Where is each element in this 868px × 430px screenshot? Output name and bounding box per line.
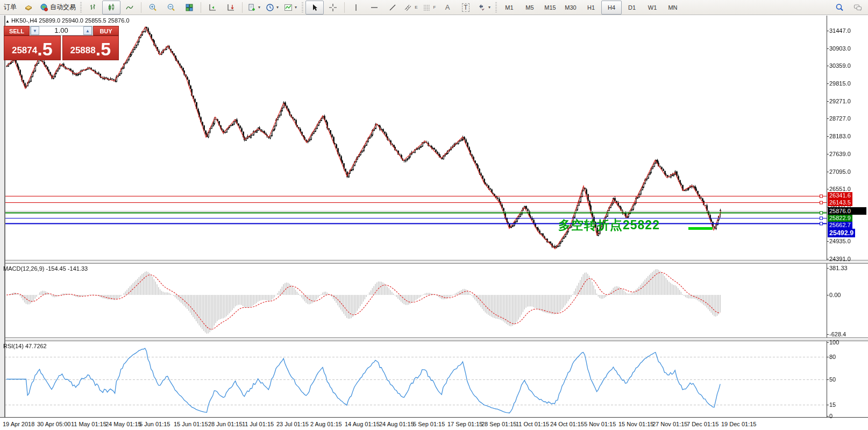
text-tool-button[interactable]: A: [438, 1, 457, 15]
title-marker-icon: ▲: [5, 19, 10, 24]
time-axis[interactable]: 19 Apr 201830 Apr 05:0011 May 01:1524 Ma…: [0, 417, 868, 430]
periods-button[interactable]: ▾: [263, 1, 281, 15]
macd-tick-label: 0.00: [829, 292, 841, 298]
arrows-tool-button[interactable]: ▾: [475, 1, 493, 15]
timeframe-button-M15[interactable]: M15: [540, 1, 560, 15]
time-axis-label: 11 Oct 01:15: [516, 421, 549, 427]
macd-name: MACD(12,26,9): [3, 265, 44, 272]
main-toolbar: 订单 自动交易: [0, 0, 868, 15]
price-tick-label: 30903.0: [829, 45, 851, 52]
price-level-label: 25662.7: [828, 222, 852, 229]
time-axis-label: 5 Nov 01:15: [584, 421, 616, 427]
horizontal-line-icon: [370, 3, 379, 12]
lot-increase-button[interactable]: ▲: [83, 26, 92, 35]
rsi-value: 47.7262: [25, 343, 47, 349]
tile-windows-icon: [185, 3, 194, 12]
text-label-tool-button[interactable]: T: [457, 1, 475, 15]
tile-windows-button[interactable]: [180, 1, 198, 15]
dropdown-caret-icon: ▾: [276, 5, 279, 10]
zoom-out-button[interactable]: [162, 1, 180, 15]
bar-chart-mode-button[interactable]: [84, 1, 102, 15]
toolbar-separator: [344, 2, 345, 13]
buy-price-button[interactable]: 25888 .5: [62, 36, 119, 60]
lot-size-value[interactable]: 1.00: [39, 26, 83, 35]
time-axis-label: 19 Dec 01:15: [721, 421, 756, 427]
price-level-label: 25822.9: [828, 215, 852, 222]
lot-size-box: ▼ 1.00 ▲: [30, 26, 93, 36]
fibo-tool-cap: F: [433, 5, 436, 10]
zoom-out-icon: [167, 3, 175, 12]
equidistant-channel-tool-button[interactable]: E: [402, 1, 420, 15]
cursor-tool-button[interactable]: [305, 1, 324, 15]
timeframe-button-D1[interactable]: D1: [622, 1, 642, 15]
price-tick-label: 29271.0: [829, 98, 851, 104]
auto-scroll-icon: [208, 3, 217, 12]
timeframe-button-M5[interactable]: M5: [520, 1, 540, 15]
candlestick-mode-button[interactable]: [102, 1, 120, 15]
time-axis-label: 19 Apr 2018: [3, 421, 34, 427]
new-order-button[interactable]: ▾: [245, 1, 263, 15]
trendline-tool-button[interactable]: [383, 1, 402, 15]
time-axis-label: 7 Dec 01:15: [687, 421, 718, 427]
panel-divider[interactable]: [0, 337, 868, 341]
vertical-line-tool-button[interactable]: [347, 1, 365, 15]
dropdown-caret-icon: ▾: [258, 5, 260, 10]
price-tick-label: 29815.0: [829, 80, 851, 87]
chart-shift-button[interactable]: [222, 1, 240, 15]
timeframe-button-M1[interactable]: M1: [499, 1, 520, 15]
panel-divider[interactable]: [0, 260, 868, 264]
time-axis-label: 23 Jul 01:15: [276, 421, 309, 427]
dropdown-caret-icon: ▾: [295, 5, 297, 10]
macd-tick-label: 381.33: [829, 265, 848, 271]
buy-price-int: 25888: [70, 43, 95, 59]
line-chart-icon: [125, 3, 134, 12]
rsi-tick-label: 50: [829, 376, 836, 383]
annotation-text: 多空转折点25822: [558, 217, 660, 234]
timeframe-button-H1[interactable]: H1: [581, 1, 601, 15]
sell-button[interactable]: SELL: [4, 26, 30, 36]
zoom-in-icon: [148, 3, 157, 12]
price-chart-canvas[interactable]: [0, 16, 868, 430]
timeframe-button-H4[interactable]: H4: [601, 1, 622, 15]
ohlc-values-label: 25899.0 25940.0 25855.5 25876.0: [39, 17, 129, 24]
order-button[interactable]: 订单: [1, 1, 19, 15]
auto-trading-label: 自动交易: [50, 3, 76, 12]
timeframe-button-M30[interactable]: M30: [560, 1, 581, 15]
chat-button[interactable]: [849, 1, 867, 15]
horizontal-line-tool-button[interactable]: [365, 1, 383, 15]
trendline-icon: [388, 3, 397, 12]
sell-price-button[interactable]: 25874 .5: [4, 36, 61, 60]
one-click-trading-panel: SELL ▼ 1.00 ▲ BUY 25874 .5 25888 .5: [4, 26, 119, 60]
toolbar-separator: [242, 2, 243, 13]
buy-button[interactable]: BUY: [93, 26, 119, 36]
time-axis-label: 24 Aug 01:15: [379, 421, 414, 427]
toolbar-separator: [201, 2, 201, 13]
lot-decrease-button[interactable]: ▼: [31, 26, 39, 35]
cursor-arrow-icon: [310, 3, 319, 12]
price-tick-label: 28727.0: [829, 115, 851, 122]
line-chart-mode-button[interactable]: [120, 1, 139, 15]
auto-trading-button[interactable]: 自动交易: [38, 1, 78, 15]
timeframe-button-MN[interactable]: MN: [663, 1, 683, 15]
zoom-in-button[interactable]: [144, 1, 162, 15]
price-level-label: 25492.9: [828, 229, 855, 237]
price-tick-label: 28183.0: [829, 133, 851, 139]
time-axis-label: 2 Aug 01:15: [310, 421, 342, 427]
clock-icon: [266, 3, 274, 12]
timeframe-button-W1[interactable]: W1: [642, 1, 663, 15]
price-tick-label: 24935.0: [829, 238, 851, 244]
candlestick-icon: [107, 3, 116, 12]
price-level-label: 26341.6: [828, 192, 852, 199]
fibonacci-tool-button[interactable]: F: [420, 1, 438, 15]
dropdown-caret-icon: ▾: [488, 5, 490, 10]
rsi-tick-label: 0: [829, 413, 833, 419]
indicators-button[interactable]: ▾: [281, 1, 300, 15]
history-center-button[interactable]: [19, 1, 38, 15]
auto-scroll-button[interactable]: [203, 1, 222, 15]
crosshair-tool-button[interactable]: [324, 1, 342, 15]
toolbar-grip: [302, 2, 303, 13]
time-axis-label: 27 Nov 01:15: [652, 421, 687, 427]
mt4-application: 订单 自动交易: [0, 0, 868, 430]
search-button[interactable]: [830, 1, 849, 15]
window-left-edge: [0, 16, 5, 417]
